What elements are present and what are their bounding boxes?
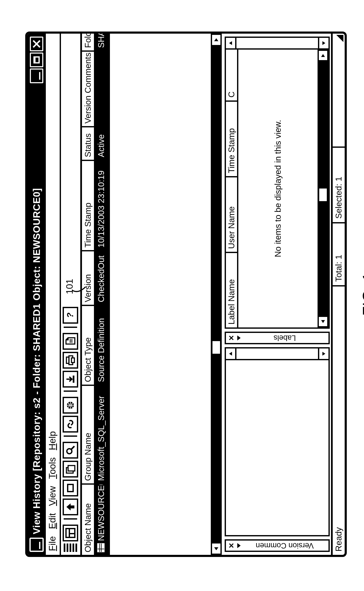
svg-rect-10 bbox=[73, 376, 74, 383]
scroll-right-icon[interactable] bbox=[318, 50, 328, 61]
version-comments-body bbox=[226, 360, 328, 535]
pane-vscrollbar[interactable] bbox=[226, 38, 328, 50]
window-title: View History [Repository: s2 - Folder: S… bbox=[27, 86, 46, 534]
cell-version-comments bbox=[95, 51, 108, 126]
figure-label: FIG. 1 bbox=[359, 32, 364, 557]
svg-rect-3 bbox=[68, 484, 73, 492]
toolbar-separator bbox=[64, 518, 77, 520]
app-window: View History [Repository: s2 - Folder: S… bbox=[25, 32, 347, 557]
svg-text:?: ? bbox=[65, 312, 75, 318]
col-status[interactable]: Status bbox=[82, 126, 95, 160]
col-user-name[interactable]: User Name bbox=[226, 176, 237, 252]
col-folder-name[interactable]: Folder Name bbox=[82, 32, 95, 51]
menu-file[interactable]: File bbox=[47, 536, 58, 551]
table-row[interactable]: NEWSOURCE0 Microsoft_SQL_Server Source D… bbox=[95, 34, 108, 555]
version-comments-pane bbox=[225, 347, 330, 536]
version-comments-tab[interactable]: ✕ Version Commen bbox=[225, 539, 330, 552]
svg-point-6 bbox=[67, 449, 72, 454]
svg-rect-17 bbox=[98, 544, 104, 552]
print-button[interactable] bbox=[63, 352, 78, 369]
col-time-stamp[interactable]: Time Stamp bbox=[226, 100, 237, 176]
cell-version: CheckedOut bbox=[95, 250, 108, 305]
scroll-up-icon[interactable] bbox=[226, 349, 236, 359]
col-version-comments[interactable]: Version Comments bbox=[82, 51, 95, 126]
scroll-left-icon[interactable] bbox=[211, 542, 222, 555]
col-label-name[interactable]: Label Name bbox=[226, 252, 237, 327]
maximize-button[interactable] bbox=[30, 52, 43, 67]
link-button[interactable] bbox=[63, 416, 78, 433]
source-icon bbox=[97, 543, 107, 552]
globe-button[interactable] bbox=[63, 397, 78, 414]
status-bar: Ready Total: 1 Selected: 1 bbox=[331, 34, 345, 555]
stack-button[interactable] bbox=[63, 461, 78, 478]
labels-empty-message: No items to be displayed in this view. bbox=[238, 50, 318, 327]
col-object-name[interactable]: Object Name bbox=[82, 483, 95, 555]
menu-help[interactable]: Help bbox=[47, 431, 58, 450]
labels-tab[interactable]: ✕ Labels bbox=[225, 332, 330, 344]
close-icon[interactable]: ✕ bbox=[227, 543, 236, 549]
menu-view[interactable]: View bbox=[47, 486, 58, 506]
tab-label: Version Commen bbox=[242, 541, 327, 550]
title-bar: View History [Repository: s2 - Folder: S… bbox=[27, 34, 46, 555]
col-time-stamp[interactable]: Time Stamp bbox=[82, 160, 95, 250]
cell-group-name: Microsoft_SQL_Server bbox=[95, 385, 108, 483]
toolbar-grip-icon bbox=[64, 544, 77, 552]
callout-label: 101 bbox=[64, 279, 75, 294]
cell-status: Active bbox=[95, 126, 108, 160]
scroll-up-icon[interactable] bbox=[226, 38, 236, 48]
pane-vscrollbar[interactable] bbox=[226, 349, 328, 360]
resize-grip-icon[interactable] bbox=[333, 34, 345, 46]
scroll-thumb[interactable] bbox=[213, 341, 220, 354]
app-icon bbox=[29, 538, 44, 552]
status-total: Total: 1 bbox=[333, 222, 345, 285]
chevron-down-icon[interactable] bbox=[237, 543, 241, 548]
tab-label: Labels bbox=[242, 334, 327, 342]
minimize-button[interactable] bbox=[30, 69, 43, 83]
cell-object-type: Source Definition bbox=[95, 305, 108, 385]
scroll-left-icon[interactable] bbox=[318, 316, 328, 327]
scroll-right-icon[interactable] bbox=[211, 34, 222, 46]
menu-tools[interactable]: Tools bbox=[47, 457, 58, 479]
download-button[interactable] bbox=[63, 371, 78, 388]
table-hscrollbar[interactable] bbox=[211, 34, 222, 555]
col-c[interactable]: C bbox=[226, 50, 237, 100]
scroll-down-icon[interactable] bbox=[318, 38, 328, 48]
close-button[interactable] bbox=[30, 37, 43, 51]
layout-button[interactable] bbox=[63, 525, 78, 541]
svg-rect-13 bbox=[72, 358, 74, 363]
scroll-track[interactable] bbox=[211, 46, 222, 542]
svg-rect-5 bbox=[68, 466, 75, 471]
menu-edit[interactable]: Edit bbox=[47, 513, 58, 529]
toolbar-separator bbox=[64, 435, 77, 437]
status-blank bbox=[333, 46, 345, 147]
toolbar-separator bbox=[64, 327, 77, 328]
rect-button[interactable] bbox=[63, 480, 78, 496]
search-button[interactable] bbox=[63, 442, 78, 459]
close-icon[interactable]: ✕ bbox=[227, 335, 236, 341]
labels-header-row: Label Name User Name Time Stamp C bbox=[226, 50, 238, 327]
status-ready: Ready bbox=[333, 285, 345, 555]
col-group-name[interactable]: Group Name bbox=[82, 385, 95, 483]
status-selected: Selected: 1 bbox=[333, 147, 345, 222]
help-button[interactable]: ? bbox=[63, 307, 78, 324]
labels-hscrollbar[interactable] bbox=[318, 50, 328, 327]
labels-pane: Label Name User Name Time Stamp C No ite… bbox=[225, 37, 330, 329]
cell-folder-name: SHARED1 bbox=[95, 32, 108, 51]
col-object-type[interactable]: Object Type bbox=[82, 305, 95, 385]
col-version[interactable]: Version bbox=[82, 250, 95, 305]
cell-object-name: NEWSOURCE0 bbox=[95, 483, 108, 555]
page-button[interactable] bbox=[63, 333, 78, 350]
menu-bar: File Edit View Tools Help bbox=[46, 34, 61, 555]
bottom-region: ✕ Version Commen bbox=[222, 34, 331, 555]
chevron-down-icon[interactable] bbox=[237, 335, 241, 340]
scroll-down-icon[interactable] bbox=[318, 349, 328, 359]
up-button[interactable] bbox=[63, 499, 78, 515]
cell-time-stamp: 10/13/2003 23:10:19 bbox=[95, 160, 108, 250]
svg-line-7 bbox=[72, 446, 74, 449]
toolbar-separator bbox=[64, 390, 77, 392]
